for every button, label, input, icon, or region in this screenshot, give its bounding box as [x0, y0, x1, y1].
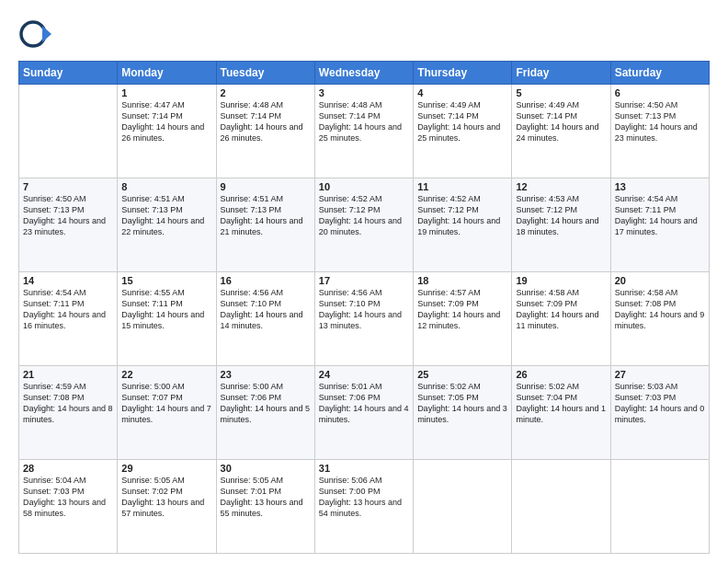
day-number: 14: [23, 275, 113, 286]
cell-info: Sunrise: 4:51 AMSunset: 7:13 PMDaylight:…: [221, 193, 311, 238]
svg-point-0: [21, 22, 45, 46]
calendar-cell: [414, 460, 512, 554]
cell-info: Sunrise: 4:54 AMSunset: 7:11 PMDaylight:…: [23, 287, 113, 332]
header: [18, 17, 710, 52]
calendar-cell: 10Sunrise: 4:52 AMSunset: 7:12 PMDayligh…: [314, 178, 413, 272]
day-number: 1: [121, 87, 211, 98]
cell-info: Sunrise: 4:55 AMSunset: 7:11 PMDaylight:…: [121, 287, 211, 332]
day-number: 16: [221, 275, 311, 286]
cell-info: Sunrise: 4:53 AMSunset: 7:12 PMDaylight:…: [516, 193, 606, 238]
calendar-cell: 13Sunrise: 4:54 AMSunset: 7:11 PMDayligh…: [610, 178, 709, 272]
calendar-cell: 21Sunrise: 4:59 AMSunset: 7:08 PMDayligh…: [19, 366, 118, 460]
day-number: 23: [221, 369, 311, 380]
day-number: 10: [319, 181, 409, 192]
day-number: 24: [319, 369, 409, 380]
calendar-cell: 9Sunrise: 4:51 AMSunset: 7:13 PMDaylight…: [216, 178, 314, 272]
calendar-cell: 14Sunrise: 4:54 AMSunset: 7:11 PMDayligh…: [19, 272, 118, 366]
cell-info: Sunrise: 5:02 AMSunset: 7:04 PMDaylight:…: [516, 381, 606, 426]
day-number: 4: [417, 87, 507, 98]
day-number: 12: [516, 181, 606, 192]
calendar-cell: 28Sunrise: 5:04 AMSunset: 7:03 PMDayligh…: [19, 460, 118, 554]
calendar-cell: 29Sunrise: 5:05 AMSunset: 7:02 PMDayligh…: [118, 460, 216, 554]
cell-info: Sunrise: 5:04 AMSunset: 7:03 PMDaylight:…: [23, 475, 113, 520]
column-header-sunday: Sunday: [19, 62, 118, 85]
calendar-week-5: 28Sunrise: 5:04 AMSunset: 7:03 PMDayligh…: [19, 460, 710, 554]
logo: [18, 17, 57, 52]
column-header-tuesday: Tuesday: [216, 62, 314, 85]
cell-info: Sunrise: 4:52 AMSunset: 7:12 PMDaylight:…: [319, 193, 409, 238]
day-number: 18: [417, 275, 507, 286]
cell-info: Sunrise: 4:47 AMSunset: 7:14 PMDaylight:…: [121, 99, 211, 144]
calendar-cell: 17Sunrise: 4:56 AMSunset: 7:10 PMDayligh…: [314, 272, 413, 366]
calendar-cell: 11Sunrise: 4:52 AMSunset: 7:12 PMDayligh…: [414, 178, 512, 272]
day-number: 6: [615, 87, 705, 98]
day-number: 15: [121, 275, 211, 286]
day-number: 30: [221, 463, 311, 474]
cell-info: Sunrise: 4:50 AMSunset: 7:13 PMDaylight:…: [23, 193, 113, 238]
day-number: 8: [121, 181, 211, 192]
column-header-wednesday: Wednesday: [314, 62, 413, 85]
calendar-body: 1Sunrise: 4:47 AMSunset: 7:14 PMDaylight…: [19, 85, 710, 554]
column-header-saturday: Saturday: [610, 62, 709, 85]
calendar-cell: 23Sunrise: 5:00 AMSunset: 7:06 PMDayligh…: [216, 366, 314, 460]
calendar-cell: 6Sunrise: 4:50 AMSunset: 7:13 PMDaylight…: [610, 85, 709, 178]
calendar-cell: 19Sunrise: 4:58 AMSunset: 7:09 PMDayligh…: [512, 272, 610, 366]
calendar-cell: 7Sunrise: 4:50 AMSunset: 7:13 PMDaylight…: [19, 178, 118, 272]
day-number: 20: [615, 275, 705, 286]
cell-info: Sunrise: 4:52 AMSunset: 7:12 PMDaylight:…: [417, 193, 507, 238]
day-number: 21: [23, 369, 113, 380]
cell-info: Sunrise: 5:05 AMSunset: 7:01 PMDaylight:…: [221, 475, 311, 520]
day-number: 22: [121, 369, 211, 380]
day-number: 19: [516, 275, 606, 286]
cell-info: Sunrise: 4:56 AMSunset: 7:10 PMDaylight:…: [319, 287, 409, 332]
calendar-cell: 31Sunrise: 5:06 AMSunset: 7:00 PMDayligh…: [314, 460, 413, 554]
calendar-cell: 2Sunrise: 4:48 AMSunset: 7:14 PMDaylight…: [216, 85, 314, 178]
calendar-cell: 18Sunrise: 4:57 AMSunset: 7:09 PMDayligh…: [414, 272, 512, 366]
calendar-cell: 22Sunrise: 5:00 AMSunset: 7:07 PMDayligh…: [118, 366, 216, 460]
calendar-cell: 5Sunrise: 4:49 AMSunset: 7:14 PMDaylight…: [512, 85, 610, 178]
calendar-cell: 24Sunrise: 5:01 AMSunset: 7:06 PMDayligh…: [314, 366, 413, 460]
svg-marker-1: [42, 26, 51, 42]
cell-info: Sunrise: 4:48 AMSunset: 7:14 PMDaylight:…: [221, 99, 311, 144]
day-number: 26: [516, 369, 606, 380]
cell-info: Sunrise: 4:58 AMSunset: 7:08 PMDaylight:…: [615, 287, 705, 332]
column-header-friday: Friday: [512, 62, 610, 85]
column-header-thursday: Thursday: [414, 62, 512, 85]
calendar-week-2: 7Sunrise: 4:50 AMSunset: 7:13 PMDaylight…: [19, 178, 710, 272]
calendar-cell: [19, 85, 118, 178]
cell-info: Sunrise: 4:54 AMSunset: 7:11 PMDaylight:…: [615, 193, 705, 238]
day-number: 29: [121, 463, 211, 474]
calendar-cell: 15Sunrise: 4:55 AMSunset: 7:11 PMDayligh…: [118, 272, 216, 366]
calendar-cell: 12Sunrise: 4:53 AMSunset: 7:12 PMDayligh…: [512, 178, 610, 272]
calendar-cell: 26Sunrise: 5:02 AMSunset: 7:04 PMDayligh…: [512, 366, 610, 460]
calendar-cell: 20Sunrise: 4:58 AMSunset: 7:08 PMDayligh…: [610, 272, 709, 366]
cell-info: Sunrise: 5:01 AMSunset: 7:06 PMDaylight:…: [319, 381, 409, 426]
day-number: 11: [417, 181, 507, 192]
cell-info: Sunrise: 4:58 AMSunset: 7:09 PMDaylight:…: [516, 287, 606, 332]
calendar-cell: 25Sunrise: 5:02 AMSunset: 7:05 PMDayligh…: [414, 366, 512, 460]
cell-info: Sunrise: 4:48 AMSunset: 7:14 PMDaylight:…: [319, 99, 409, 144]
day-number: 7: [23, 181, 113, 192]
cell-info: Sunrise: 5:00 AMSunset: 7:06 PMDaylight:…: [221, 381, 311, 426]
day-number: 25: [417, 369, 507, 380]
day-number: 3: [319, 87, 409, 98]
logo-icon: [18, 17, 53, 52]
cell-info: Sunrise: 4:56 AMSunset: 7:10 PMDaylight:…: [221, 287, 311, 332]
day-number: 9: [221, 181, 311, 192]
calendar-cell: [512, 460, 610, 554]
calendar-table: SundayMondayTuesdayWednesdayThursdayFrid…: [18, 61, 710, 554]
calendar-cell: [610, 460, 709, 554]
cell-info: Sunrise: 5:00 AMSunset: 7:07 PMDaylight:…: [121, 381, 211, 426]
day-number: 17: [319, 275, 409, 286]
cell-info: Sunrise: 4:49 AMSunset: 7:14 PMDaylight:…: [516, 99, 606, 144]
day-number: 31: [319, 463, 409, 474]
day-number: 13: [615, 181, 705, 192]
column-header-monday: Monday: [118, 62, 216, 85]
calendar-cell: 30Sunrise: 5:05 AMSunset: 7:01 PMDayligh…: [216, 460, 314, 554]
cell-info: Sunrise: 4:59 AMSunset: 7:08 PMDaylight:…: [23, 381, 113, 426]
calendar-week-3: 14Sunrise: 4:54 AMSunset: 7:11 PMDayligh…: [19, 272, 710, 366]
calendar-cell: 8Sunrise: 4:51 AMSunset: 7:13 PMDaylight…: [118, 178, 216, 272]
calendar-cell: 16Sunrise: 4:56 AMSunset: 7:10 PMDayligh…: [216, 272, 314, 366]
cell-info: Sunrise: 4:57 AMSunset: 7:09 PMDaylight:…: [417, 287, 507, 332]
cell-info: Sunrise: 4:49 AMSunset: 7:14 PMDaylight:…: [417, 99, 507, 144]
